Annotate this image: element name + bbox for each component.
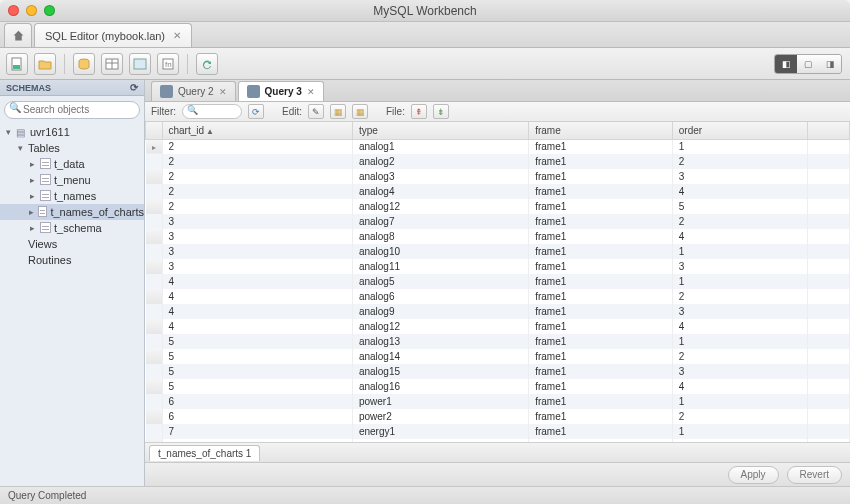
cell[interactable]: 6: [162, 394, 352, 409]
cell[interactable]: 5: [162, 379, 352, 394]
home-tab[interactable]: [4, 23, 32, 47]
create-view-button[interactable]: [129, 53, 151, 75]
cell[interactable]: frame1: [529, 154, 673, 169]
table-row[interactable]: 4analog12frame14: [146, 319, 850, 334]
cell[interactable]: 4: [162, 304, 352, 319]
cell[interactable]: 2: [162, 184, 352, 199]
table-row[interactable]: 5analog14frame12: [146, 349, 850, 364]
table-node[interactable]: ▸t_menu: [0, 172, 144, 188]
schema-node[interactable]: ▾uvr1611: [0, 124, 144, 140]
cell[interactable]: frame1: [529, 424, 673, 439]
edit-row-button[interactable]: ✎: [308, 104, 324, 119]
cell[interactable]: frame1: [529, 409, 673, 424]
cell[interactable]: power1: [352, 394, 528, 409]
cell[interactable]: frame1: [529, 244, 673, 259]
cell[interactable]: 2: [672, 289, 807, 304]
cell[interactable]: frame1: [529, 139, 673, 154]
row-gutter[interactable]: [146, 139, 163, 154]
cell[interactable]: 5: [672, 199, 807, 214]
cell[interactable]: frame1: [529, 169, 673, 184]
table-row[interactable]: 5analog13frame11: [146, 334, 850, 349]
cell[interactable]: 4: [162, 274, 352, 289]
apply-button[interactable]: Apply: [728, 466, 779, 484]
reconnect-button[interactable]: [196, 53, 218, 75]
row-gutter[interactable]: [146, 424, 163, 439]
cell[interactable]: analog14: [352, 349, 528, 364]
row-gutter[interactable]: [146, 379, 163, 394]
cell[interactable]: analog4: [352, 184, 528, 199]
cell[interactable]: 3: [672, 304, 807, 319]
cell[interactable]: frame1: [529, 289, 673, 304]
row-gutter[interactable]: [146, 304, 163, 319]
cell[interactable]: 2: [672, 214, 807, 229]
views-folder[interactable]: ▸Views: [0, 236, 144, 252]
cell[interactable]: 1: [672, 334, 807, 349]
cell[interactable]: 2: [162, 139, 352, 154]
toggle-sidebar-button[interactable]: ◧: [775, 55, 797, 73]
cell[interactable]: 3: [672, 259, 807, 274]
schema-tree[interactable]: ▾uvr1611▾Tables▸t_data▸t_menu▸t_names▸t_…: [0, 122, 144, 487]
cell[interactable]: 6: [162, 409, 352, 424]
table-row[interactable]: 3analog8frame14: [146, 229, 850, 244]
minimize-window-button[interactable]: [26, 5, 37, 16]
row-gutter[interactable]: [146, 334, 163, 349]
import-button[interactable]: ⇞: [411, 104, 427, 119]
column-header[interactable]: order: [672, 122, 807, 139]
column-header[interactable]: frame: [529, 122, 673, 139]
cell[interactable]: 2: [162, 199, 352, 214]
table-node[interactable]: ▸t_names_of_charts: [0, 204, 144, 220]
row-gutter[interactable]: [146, 394, 163, 409]
column-header[interactable]: type: [352, 122, 528, 139]
cell[interactable]: analog7: [352, 214, 528, 229]
cell[interactable]: analog3: [352, 169, 528, 184]
close-icon[interactable]: ✕: [173, 30, 181, 41]
cell[interactable]: analog9: [352, 304, 528, 319]
row-gutter[interactable]: [146, 214, 163, 229]
table-row[interactable]: 2analog4frame14: [146, 184, 850, 199]
cell[interactable]: analog11: [352, 259, 528, 274]
cell[interactable]: 3: [162, 214, 352, 229]
table-node[interactable]: ▸t_data: [0, 156, 144, 172]
toggle-secondary-button[interactable]: ▢: [797, 55, 819, 73]
cell[interactable]: 1: [672, 244, 807, 259]
cell[interactable]: frame1: [529, 214, 673, 229]
refresh-schemas-button[interactable]: ⟳: [130, 82, 138, 93]
export-button[interactable]: ⇟: [433, 104, 449, 119]
cell[interactable]: frame1: [529, 229, 673, 244]
cell[interactable]: frame1: [529, 364, 673, 379]
table-row[interactable]: 5analog16frame14: [146, 379, 850, 394]
table-row[interactable]: 3analog11frame13: [146, 259, 850, 274]
table-row[interactable]: 6power2frame12: [146, 409, 850, 424]
table-row[interactable]: 3analog10frame11: [146, 244, 850, 259]
cell[interactable]: frame1: [529, 274, 673, 289]
cell[interactable]: frame1: [529, 394, 673, 409]
cell[interactable]: frame1: [529, 184, 673, 199]
result-grid-container[interactable]: chart_id▲typeframeorder2analog1frame112a…: [145, 122, 850, 442]
table-node[interactable]: ▸t_names: [0, 188, 144, 204]
row-gutter[interactable]: [146, 184, 163, 199]
cell[interactable]: 4: [672, 229, 807, 244]
cell[interactable]: energy1: [352, 424, 528, 439]
table-row[interactable]: 2analog1frame11: [146, 139, 850, 154]
cell[interactable]: 3: [162, 229, 352, 244]
cell[interactable]: analog12: [352, 319, 528, 334]
refresh-results-button[interactable]: ⟳: [248, 104, 264, 119]
cell[interactable]: 3: [672, 364, 807, 379]
open-sql-button[interactable]: [34, 53, 56, 75]
tables-folder[interactable]: ▾Tables: [0, 140, 144, 156]
cell[interactable]: 5: [162, 334, 352, 349]
column-header[interactable]: chart_id▲: [162, 122, 352, 139]
table-row[interactable]: 3analog7frame12: [146, 214, 850, 229]
cell[interactable]: 4: [672, 184, 807, 199]
cell[interactable]: analog6: [352, 289, 528, 304]
row-gutter[interactable]: [146, 244, 163, 259]
table-node[interactable]: ▸t_schema: [0, 220, 144, 236]
cell[interactable]: 1: [672, 274, 807, 289]
row-gutter[interactable]: [146, 154, 163, 169]
cell[interactable]: 7: [162, 424, 352, 439]
close-icon[interactable]: ✕: [307, 87, 315, 97]
cell[interactable]: frame1: [529, 319, 673, 334]
cell[interactable]: analog13: [352, 334, 528, 349]
table-row[interactable]: 4analog9frame13: [146, 304, 850, 319]
cell[interactable]: analog2: [352, 154, 528, 169]
